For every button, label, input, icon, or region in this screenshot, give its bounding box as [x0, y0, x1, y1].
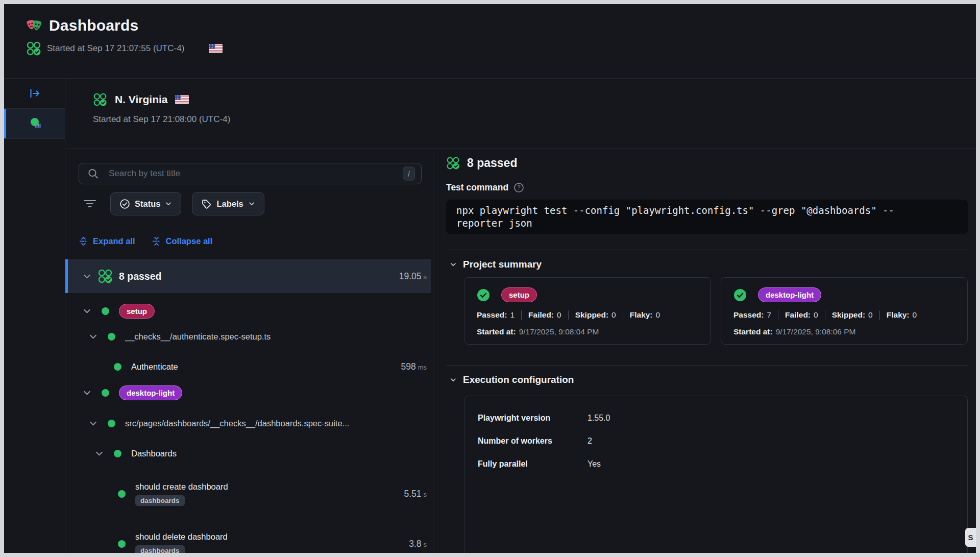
- passed-dot-icon: [108, 420, 115, 427]
- tree-row-file[interactable]: src/pages/dashboards/__checks__/dashboar…: [65, 410, 431, 436]
- divider: [446, 365, 968, 366]
- run-passed-icon: [26, 41, 41, 56]
- passed-status-dot: [31, 118, 39, 126]
- filter-icon[interactable]: [83, 199, 96, 209]
- project-card-setup: setup Passed:1 Failed:0 Skipped:0 Flaky:…: [464, 277, 711, 345]
- chevron-down-icon[interactable]: [88, 332, 97, 341]
- chevron-down-icon: [165, 200, 172, 207]
- chevron-down-icon[interactable]: [82, 388, 91, 397]
- clipped-side-button[interactable]: S: [965, 528, 976, 547]
- tree-row-label: Dashboards: [131, 449, 177, 458]
- expand-sidebar-button[interactable]: [4, 79, 65, 109]
- labels-filter-label: Labels: [216, 199, 243, 209]
- tree-row-test[interactable]: should delete dashboard dashboards 3.8s: [65, 522, 431, 553]
- test-command-code-block[interactable]: npx playwright test --config "playwright…: [446, 200, 968, 234]
- unfold-less-icon: [152, 236, 161, 246]
- tree-row-file[interactable]: __checks__/authenticate.spec-setup.ts: [65, 324, 431, 349]
- project-badge: setup: [501, 287, 537, 302]
- run-passed-icon: [93, 92, 107, 107]
- status-filter-label: Status: [135, 199, 160, 209]
- project-summary-section-header[interactable]: Project summary: [446, 259, 968, 270]
- passed-dot-icon: [108, 333, 115, 341]
- project-summary-title: Project summary: [463, 259, 542, 270]
- tree-row-project-desktop-light[interactable]: desktop-light: [65, 380, 431, 405]
- run-started-text: Started at Sep 17 21:08:00 (UTC-4): [93, 114, 976, 125]
- execution-configuration-card: Playwright version 1.55.0 Number of work…: [464, 396, 968, 553]
- chevron-down-icon: [450, 261, 457, 268]
- passed-dot-icon: [114, 363, 121, 371]
- passed-dot-icon: [118, 540, 126, 548]
- collapse-all-label: Collapse all: [166, 236, 213, 246]
- expand-all-button[interactable]: Expand all: [79, 236, 135, 246]
- collapse-all-button[interactable]: Collapse all: [152, 236, 213, 246]
- details-panel: 8 passed Test command ? npx playwright t…: [433, 149, 976, 553]
- project-started: Started at:9/17/2025, 9:08:06 PM: [733, 327, 955, 336]
- unfold-more-icon: [79, 236, 88, 246]
- chevron-down-icon: [450, 376, 457, 383]
- left-rail: [4, 79, 65, 553]
- tree-row-run[interactable]: 8 passed 19.05s: [65, 259, 431, 293]
- filter-bar: Status Labe: [83, 192, 431, 215]
- project-badge: setup: [119, 304, 155, 319]
- tree-row-suite[interactable]: Dashboards: [65, 440, 431, 467]
- run-header: N. Virginia Started at Sep 17 21:08:00 (…: [65, 79, 976, 149]
- run-started-text: Started at Sep 17 21:07:55 (UTC-4): [47, 43, 184, 54]
- duration: 3.8s: [404, 539, 427, 549]
- tree-row-project-setup[interactable]: setup: [65, 298, 431, 324]
- tag-icon: [201, 199, 212, 209]
- project-stats: Passed:7 Failed:0 Skipped:0 Flaky:0: [733, 310, 955, 320]
- expand-sidebar-icon: [28, 87, 41, 100]
- chevron-down-icon[interactable]: [94, 449, 104, 458]
- theater-masks-icon: [26, 17, 42, 34]
- search-icon: [87, 168, 99, 180]
- chevron-down-icon: [248, 200, 255, 207]
- search-input[interactable]: [79, 163, 422, 184]
- status-filter-button[interactable]: Status: [110, 192, 181, 215]
- search-shortcut-key: /: [403, 167, 415, 181]
- passed-dot-icon: [114, 450, 121, 457]
- run-name: N. Virginia: [115, 93, 167, 106]
- duration: 5.51s: [399, 489, 427, 499]
- us-flag-icon: [209, 44, 223, 53]
- test-tree: 8 passed 19.05s setup: [65, 259, 431, 553]
- execution-configuration-section-header[interactable]: Execution configuration: [446, 374, 968, 385]
- check-circle-icon: [733, 288, 747, 302]
- project-card-desktop-light: desktop-light Passed:7 Failed:0 Skipped:…: [721, 277, 968, 345]
- project-summary-cards: setup Passed:1 Failed:0 Skipped:0 Flaky:…: [464, 277, 968, 345]
- tree-row-label: __checks__/authenticate.spec-setup.ts: [125, 332, 271, 342]
- app-header: Dashboards Started at Sep 17 21:07:55 (U…: [4, 4, 976, 79]
- check-circle-icon: [477, 288, 490, 302]
- config-row: Fully parallel Yes: [478, 452, 954, 475]
- test-command-label: Test command: [446, 182, 508, 193]
- duration: 598ms: [396, 361, 427, 372]
- chevron-down-icon[interactable]: [88, 419, 97, 428]
- duration: 19.05s: [394, 271, 427, 282]
- help-icon[interactable]: ?: [513, 182, 524, 193]
- passed-run-icon: [446, 156, 460, 170]
- project-started: Started at:9/17/2025, 9:08:04 PM: [477, 327, 698, 336]
- passed-dot-icon: [102, 307, 109, 315]
- chevron-down-icon[interactable]: [82, 272, 91, 281]
- project-stats: Passed:1 Failed:0 Skipped:0 Flaky:0: [477, 310, 698, 320]
- tree-row-test[interactable]: Authenticate 598ms: [65, 353, 431, 380]
- project-badge: desktop-light: [119, 385, 182, 400]
- config-row: Number of workers 2: [478, 429, 954, 452]
- page-title: Dashboards: [49, 17, 138, 34]
- app-window: Dashboards Started at Sep 17 21:07:55 (U…: [4, 4, 976, 553]
- project-badge: desktop-light: [758, 287, 821, 302]
- chevron-down-icon[interactable]: [82, 306, 91, 316]
- test-tree-panel: /: [65, 149, 433, 553]
- search-box: /: [79, 163, 422, 184]
- details-heading: 8 passed: [467, 156, 517, 170]
- tree-row-test[interactable]: should create dashboard dashboards 5.51s: [65, 472, 431, 516]
- svg-text:?: ?: [518, 184, 521, 190]
- passed-dot-icon: [118, 490, 126, 498]
- labels-filter-button[interactable]: Labels: [192, 192, 264, 215]
- us-flag-icon: [175, 95, 189, 104]
- divider: [446, 250, 968, 250]
- tree-row-label: should create dashboard: [135, 482, 228, 492]
- expand-all-label: Expand all: [93, 236, 135, 246]
- tree-actions: Expand all Collapse all: [79, 236, 431, 246]
- tree-row-label: src/pages/dashboards/__checks__/dashboar…: [125, 419, 349, 428]
- rail-item-run-n-virginia[interactable]: [4, 109, 65, 139]
